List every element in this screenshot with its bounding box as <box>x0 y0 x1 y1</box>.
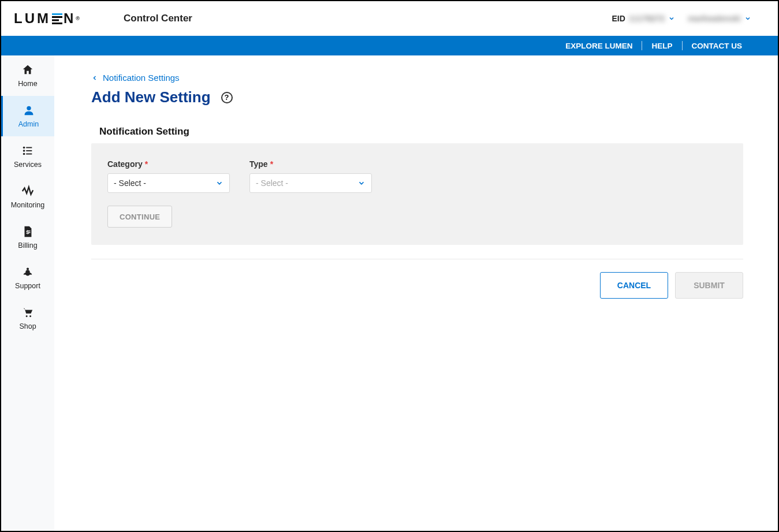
sidebar-item-label: Shop <box>19 322 36 330</box>
required-mark: * <box>145 159 148 169</box>
divider <box>91 259 743 259</box>
sidebar-item-label: Billing <box>18 241 37 250</box>
app-shell: Home Admin Services Monitoring $ Billing <box>1 55 778 531</box>
support-icon <box>21 266 34 278</box>
contact-us-link[interactable]: CONTACT US <box>683 42 752 50</box>
chevron-left-icon <box>91 75 98 81</box>
svg-text:$: $ <box>26 229 29 235</box>
sidebar-item-monitoring[interactable]: Monitoring <box>1 177 54 217</box>
billing-icon: $ <box>21 225 34 238</box>
admin-icon <box>23 104 35 117</box>
chevron-down-icon <box>744 15 751 22</box>
sidebar-item-label: Monitoring <box>11 201 44 209</box>
services-icon <box>21 144 34 157</box>
help-icon[interactable]: ? <box>221 92 233 103</box>
sidebar: Home Admin Services Monitoring $ Billing <box>1 55 54 531</box>
svg-point-3 <box>23 150 25 152</box>
explore-lumen-link[interactable]: EXPLORE LUMEN <box>556 42 642 50</box>
eid-value: 11178272 <box>629 14 665 23</box>
svg-rect-8 <box>28 230 31 231</box>
submit-button[interactable]: SUBMIT <box>675 272 743 299</box>
breadcrumb-back[interactable]: Notification Settings <box>91 73 743 83</box>
sidebar-item-label: Home <box>18 80 37 88</box>
sidebar-item-services[interactable]: Services <box>1 136 54 177</box>
home-icon <box>21 64 34 76</box>
logo-text-right: N <box>64 10 76 27</box>
main-content: Notification Settings Add New Setting ? … <box>54 55 778 531</box>
svg-point-1 <box>23 147 25 149</box>
sidebar-item-label: Services <box>14 161 42 169</box>
page-title-row: Add New Setting ? <box>91 88 743 106</box>
type-field: Type* - Select - <box>249 159 372 193</box>
utility-nav: EXPLORE LUMEN HELP CONTACT US <box>1 36 778 55</box>
category-label: Category* <box>107 159 230 169</box>
logo-text-left: LUM <box>14 10 51 27</box>
sidebar-item-admin[interactable]: Admin <box>1 96 54 136</box>
app-title: Control Center <box>124 13 192 24</box>
footer-actions: CANCEL SUBMIT <box>91 272 743 299</box>
required-mark: * <box>270 159 273 169</box>
svg-rect-2 <box>26 147 32 148</box>
svg-rect-4 <box>26 150 32 151</box>
sidebar-item-billing[interactable]: $ Billing <box>1 217 54 258</box>
page-title: Add New Setting <box>91 88 211 106</box>
top-header-right: EID 11178272 markwalenski <box>612 14 751 23</box>
shop-icon <box>21 306 34 319</box>
svg-point-12 <box>29 315 31 317</box>
sidebar-item-label: Admin <box>18 120 39 128</box>
user-dropdown[interactable]: markwalenski <box>688 14 751 23</box>
monitoring-icon <box>21 185 34 198</box>
form-row: Category* - Select - Type* - Select - <box>107 159 727 193</box>
user-name: markwalenski <box>688 14 741 23</box>
svg-rect-9 <box>28 232 31 233</box>
cancel-button[interactable]: CANCEL <box>600 272 668 299</box>
sidebar-item-label: Support <box>15 282 40 290</box>
eid-dropdown[interactable]: EID 11178272 <box>612 14 676 23</box>
notification-setting-panel: Category* - Select - Type* - Select - <box>91 143 743 245</box>
breadcrumb-label: Notification Settings <box>103 73 180 83</box>
lumen-logo[interactable]: LUM N ® <box>14 10 82 27</box>
type-select[interactable]: - Select - <box>249 173 372 193</box>
svg-point-0 <box>27 106 31 110</box>
top-header-left: LUM N ® Control Center <box>14 10 192 27</box>
svg-rect-6 <box>26 154 32 155</box>
eid-label: EID <box>612 14 625 23</box>
chevron-down-icon <box>668 15 675 22</box>
top-header: LUM N ® Control Center EID 11178272 mark… <box>1 1 778 36</box>
sidebar-item-shop[interactable]: Shop <box>1 298 54 338</box>
section-title: Notification Setting <box>99 126 743 137</box>
chevron-down-icon <box>357 179 366 187</box>
svg-point-10 <box>27 267 29 270</box>
svg-point-5 <box>23 153 25 155</box>
category-label-text: Category <box>107 159 143 169</box>
continue-button[interactable]: CONTINUE <box>107 206 172 228</box>
type-label-text: Type <box>249 159 268 169</box>
type-select-value: - Select - <box>256 178 288 188</box>
help-glyph: ? <box>225 93 229 102</box>
sidebar-item-home[interactable]: Home <box>1 55 54 96</box>
logo-e-glyph <box>52 13 62 24</box>
chevron-down-icon <box>215 179 223 187</box>
help-link[interactable]: HELP <box>642 42 681 50</box>
category-field: Category* - Select - <box>107 159 230 193</box>
category-select-value: - Select - <box>114 178 146 188</box>
type-label: Type* <box>249 159 372 169</box>
category-select[interactable]: - Select - <box>107 173 230 193</box>
sidebar-item-support[interactable]: Support <box>1 258 54 298</box>
svg-point-11 <box>26 315 28 317</box>
logo-reg-mark: ® <box>76 16 82 21</box>
